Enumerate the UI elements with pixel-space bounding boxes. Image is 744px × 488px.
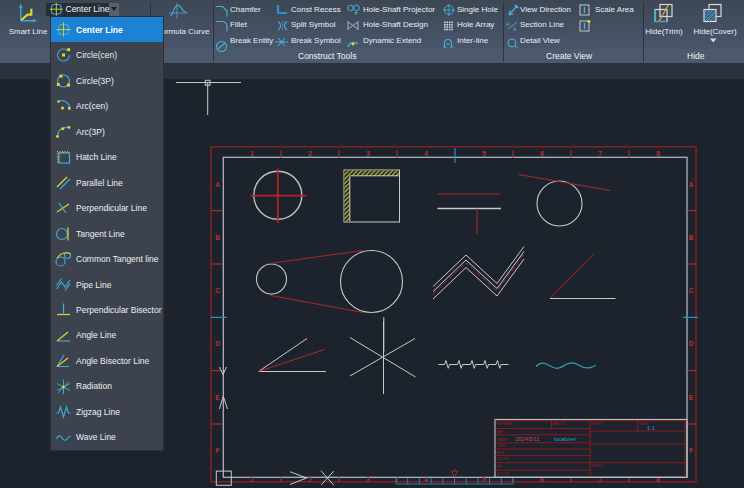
svg-text:2: 2	[308, 150, 312, 157]
svg-text:B: B	[689, 234, 694, 241]
svg-text:PART NO: PART NO	[553, 422, 566, 426]
svg-text:B: B	[215, 234, 220, 241]
svg-text:C: C	[689, 287, 694, 294]
svg-text:8: 8	[656, 150, 660, 157]
svg-text:MAT'L: MAT'L	[497, 430, 505, 434]
svg-text:DWG NAME: DWG NAME	[497, 422, 513, 426]
svg-text:3: 3	[366, 150, 370, 157]
svg-text:A: A	[215, 181, 220, 188]
svg-text:D: D	[215, 340, 220, 347]
svg-text:4: 4	[424, 476, 428, 483]
svg-text:1:1: 1:1	[647, 425, 656, 431]
svg-text:1: 1	[250, 476, 254, 483]
svg-text:5: 5	[482, 476, 486, 483]
svg-text:2024/5/11: 2024/5/11	[515, 436, 539, 442]
svg-text:localuser: localuser	[554, 436, 576, 442]
svg-text:CHK BY: CHK BY	[592, 422, 603, 426]
svg-text:3: 3	[366, 476, 370, 483]
svg-text:E: E	[689, 394, 694, 401]
svg-text:F: F	[216, 447, 220, 454]
svg-text:7: 7	[598, 150, 602, 157]
svg-text:REV: REV	[497, 465, 503, 469]
svg-text:D: D	[689, 340, 694, 347]
svg-text:STD CHK: STD CHK	[497, 457, 509, 461]
svg-text:E: E	[215, 394, 220, 401]
svg-text:2: 2	[308, 476, 312, 483]
svg-text:CHECK: CHECK	[497, 444, 507, 448]
svg-text:1: 1	[250, 150, 254, 157]
svg-text:DRAWN: DRAWN	[497, 438, 507, 442]
svg-text:4: 4	[424, 150, 428, 157]
svg-text:A: A	[506, 21, 510, 27]
svg-text:APP'D: APP'D	[497, 451, 505, 455]
svg-text:QTY / WT: QTY / WT	[497, 472, 510, 476]
svg-text:A: A	[689, 181, 694, 188]
svg-text:6: 6	[540, 150, 544, 157]
svg-text:5: 5	[482, 150, 486, 157]
svg-text:DWG NO: DWG NO	[592, 464, 605, 468]
svg-text:C: C	[215, 287, 220, 294]
svg-text:F: F	[689, 447, 693, 454]
svg-text:A: A	[513, 26, 517, 32]
